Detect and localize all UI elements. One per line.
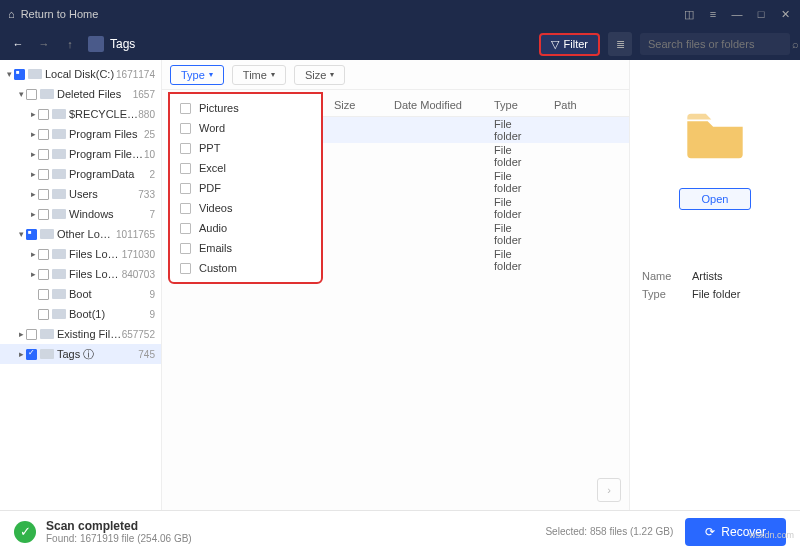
filter-pill-size[interactable]: Size▾: [294, 65, 345, 85]
option-checkbox[interactable]: [180, 163, 191, 174]
tree-caret-icon[interactable]: ▾: [4, 69, 14, 79]
tree-caret-icon[interactable]: ▸: [28, 109, 38, 119]
tree-item[interactable]: ▾Local Disk(C:)1671174: [0, 64, 161, 84]
tree-checkbox[interactable]: [26, 229, 37, 240]
option-checkbox[interactable]: [180, 243, 191, 254]
type-filter-dropdown[interactable]: PicturesWordPPTExcelPDFVideosAudioEmails…: [168, 92, 323, 284]
type-option[interactable]: Excel: [170, 158, 321, 178]
tree-checkbox[interactable]: [38, 209, 49, 220]
tree-item[interactable]: Boot(1)9: [0, 304, 161, 324]
filter-pill-type[interactable]: Type▾: [170, 65, 224, 85]
search-input[interactable]: [648, 38, 786, 50]
tree-caret-icon[interactable]: ▾: [16, 89, 26, 99]
cell-type: File folder: [486, 196, 546, 220]
settings-icon[interactable]: ◫: [682, 8, 696, 21]
search-icon[interactable]: ⌕: [792, 38, 799, 50]
col-date-modified[interactable]: Date Modified: [386, 99, 486, 111]
home-icon: ⌂: [8, 8, 15, 20]
tree-checkbox[interactable]: [38, 249, 49, 260]
list-row[interactable]: File folder: [322, 143, 629, 169]
col-size[interactable]: Size: [326, 99, 386, 111]
col-type[interactable]: Type: [486, 99, 546, 111]
tree-checkbox[interactable]: [38, 169, 49, 180]
tree-caret-icon[interactable]: ▸: [16, 349, 26, 359]
search-box[interactable]: ⌕: [640, 33, 790, 55]
type-option[interactable]: Emails: [170, 238, 321, 258]
tree-caret-icon[interactable]: ▸: [28, 249, 38, 259]
tree-item[interactable]: ▸Users733: [0, 184, 161, 204]
option-checkbox[interactable]: [180, 123, 191, 134]
type-option[interactable]: Word: [170, 118, 321, 138]
tree-item[interactable]: ▸Windows7: [0, 204, 161, 224]
folder-tree[interactable]: ▾Local Disk(C:)1671174▾Deleted Files1657…: [0, 60, 162, 510]
tree-checkbox[interactable]: [38, 129, 49, 140]
folder-icon: [52, 169, 66, 179]
tree-caret-icon[interactable]: ▸: [28, 129, 38, 139]
list-row[interactable]: File folder: [322, 169, 629, 195]
tree-checkbox[interactable]: [26, 349, 37, 360]
tree-item[interactable]: ▸Files Lost Original ...840703: [0, 264, 161, 284]
tree-item[interactable]: ▸$RECYCLE.BIN880: [0, 104, 161, 124]
filter-button[interactable]: ▽ Filter: [539, 33, 600, 56]
folder-icon: [40, 349, 54, 359]
option-checkbox[interactable]: [180, 143, 191, 154]
folder-icon: [52, 289, 66, 299]
option-checkbox[interactable]: [180, 223, 191, 234]
type-option[interactable]: Custom: [170, 258, 321, 278]
tree-count: 745: [138, 349, 155, 360]
list-row[interactable]: File folder: [322, 221, 629, 247]
type-option[interactable]: PDF: [170, 178, 321, 198]
tree-checkbox[interactable]: [38, 269, 49, 280]
tree-caret-icon[interactable]: ▸: [16, 329, 26, 339]
col-path[interactable]: Path: [546, 99, 629, 111]
tree-item[interactable]: ▸Program Files (x86)10: [0, 144, 161, 164]
close-icon[interactable]: ✕: [778, 8, 792, 21]
nav-back-icon[interactable]: ←: [10, 38, 26, 50]
option-checkbox[interactable]: [180, 203, 191, 214]
tree-caret-icon[interactable]: ▸: [28, 169, 38, 179]
view-mode-button[interactable]: ≣: [608, 32, 632, 56]
tree-item[interactable]: ▸Tags ⓘ745: [0, 344, 161, 364]
option-label: Videos: [199, 202, 232, 214]
tree-caret-icon[interactable]: ▸: [28, 189, 38, 199]
tree-label: Boot(1): [69, 308, 149, 320]
tree-caret-icon[interactable]: ▸: [28, 209, 38, 219]
type-option[interactable]: Videos: [170, 198, 321, 218]
list-row[interactable]: File folder: [322, 117, 629, 143]
toolbar: ← → ↑ Tags ▽ Filter ≣ ⌕: [0, 28, 800, 60]
filter-pill-time[interactable]: Time▾: [232, 65, 286, 85]
tree-caret-icon[interactable]: ▸: [28, 269, 38, 279]
tree-checkbox[interactable]: [38, 149, 49, 160]
type-option[interactable]: Audio: [170, 218, 321, 238]
open-button[interactable]: Open: [679, 188, 752, 210]
tree-item[interactable]: Boot9: [0, 284, 161, 304]
tree-checkbox[interactable]: [38, 109, 49, 120]
type-option[interactable]: PPT: [170, 138, 321, 158]
tree-caret-icon[interactable]: ▾: [16, 229, 26, 239]
minimize-icon[interactable]: —: [730, 8, 744, 21]
tree-item[interactable]: ▾Deleted Files1657: [0, 84, 161, 104]
option-checkbox[interactable]: [180, 103, 191, 114]
tree-checkbox[interactable]: [38, 189, 49, 200]
return-home-link[interactable]: ⌂ Return to Home: [8, 8, 98, 20]
tree-checkbox[interactable]: [26, 89, 37, 100]
maximize-icon[interactable]: □: [754, 8, 768, 21]
option-checkbox[interactable]: [180, 183, 191, 194]
tree-checkbox[interactable]: [38, 289, 49, 300]
tree-checkbox[interactable]: [14, 69, 25, 80]
type-option[interactable]: Pictures: [170, 98, 321, 118]
option-checkbox[interactable]: [180, 263, 191, 274]
tree-checkbox[interactable]: [38, 309, 49, 320]
tree-item[interactable]: ▸Existing Files657752: [0, 324, 161, 344]
list-row[interactable]: File folder: [322, 247, 629, 273]
main-area: ▾Local Disk(C:)1671174▾Deleted Files1657…: [0, 60, 800, 510]
tree-item[interactable]: ▸Program Files25: [0, 124, 161, 144]
tree-item[interactable]: ▾Other Lost Files1011765: [0, 224, 161, 244]
menu-icon[interactable]: ≡: [706, 8, 720, 21]
tree-item[interactable]: ▸Files Lost Origi... ⓘ171030: [0, 244, 161, 264]
tree-item[interactable]: ▸ProgramData2: [0, 164, 161, 184]
next-page-button[interactable]: ›: [597, 478, 621, 502]
list-row[interactable]: File folder: [322, 195, 629, 221]
tree-caret-icon[interactable]: ▸: [28, 149, 38, 159]
tree-checkbox[interactable]: [26, 329, 37, 340]
